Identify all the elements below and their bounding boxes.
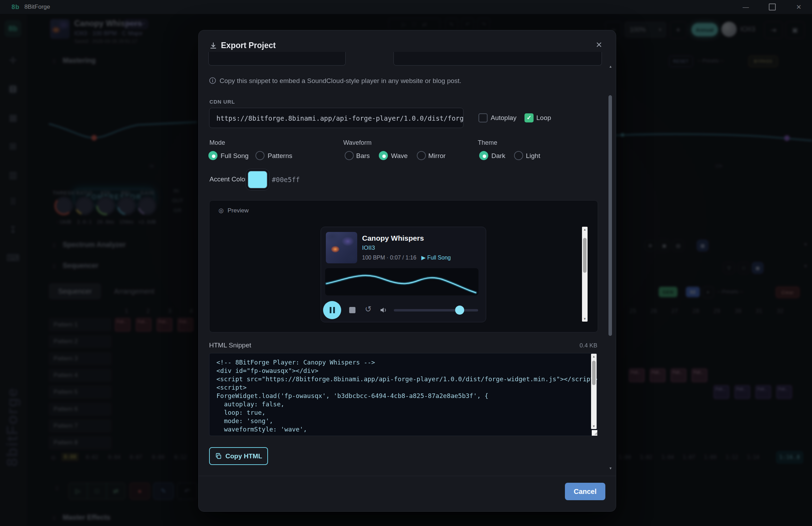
scroll-up-icon[interactable]: ▲ xyxy=(582,227,588,232)
pause-icon xyxy=(333,307,335,313)
volume-thumb[interactable] xyxy=(455,306,464,315)
radio-mirror[interactable] xyxy=(417,151,426,160)
resize-grip[interactable]: ◢ xyxy=(592,430,597,436)
code-line: autoplay: false, xyxy=(216,400,583,408)
play-mode-badge: ▶ Full Song xyxy=(421,255,451,261)
stop-button[interactable] xyxy=(349,307,355,313)
radio-bars-label: Bars xyxy=(356,152,370,160)
track-meta: 100 BPM · 0:07 / 1:16 ▶ Full Song xyxy=(362,254,451,261)
code-line: ForgeWidget.load('fp-owausqx', 'b3dbcbcc… xyxy=(216,392,583,400)
widget-scrollbar[interactable]: ▲ ▼ xyxy=(582,227,588,322)
radio-wave-label: Wave xyxy=(391,152,408,160)
download-icon xyxy=(209,42,217,50)
loop-checkbox[interactable]: ✓ xyxy=(524,113,534,122)
volume-slider[interactable] xyxy=(394,309,478,311)
radio-full-song[interactable] xyxy=(208,151,217,160)
copy-html-button[interactable]: Copy HTML xyxy=(209,447,268,465)
modal-scrollbar-thumb[interactable] xyxy=(608,95,612,336)
track-title: Canopy Whispers xyxy=(362,234,424,242)
radio-full-song-label: Full Song xyxy=(221,152,248,160)
accent-color-hex: #00e5ff xyxy=(272,176,300,183)
code-scrollbar[interactable]: ▲ ▼ xyxy=(591,354,597,429)
pause-button[interactable] xyxy=(323,301,341,319)
mode-group-label: Mode xyxy=(209,139,225,146)
scroll-down-icon[interactable]: ▼ xyxy=(591,423,597,429)
radio-mirror-label: Mirror xyxy=(428,152,446,160)
restart-button[interactable]: ↺ xyxy=(365,305,371,314)
copy-icon xyxy=(215,453,222,460)
play-mode-text: Full Song xyxy=(427,255,451,261)
export-modal: Export Project × Copy this snippet to em… xyxy=(198,30,616,512)
info-text: Copy this snippet to embed a SoundCloud-… xyxy=(220,77,461,85)
scroll-down-icon[interactable]: ▼ xyxy=(609,466,612,470)
cancel-button[interactable]: Cancel xyxy=(565,483,605,500)
radio-light[interactable] xyxy=(514,151,523,160)
cdn-url-label: CDN URL xyxy=(209,99,235,105)
accent-color-swatch[interactable] xyxy=(247,171,268,189)
radio-bars[interactable] xyxy=(345,151,354,160)
scrollbar-thumb[interactable] xyxy=(592,361,596,385)
loop-label: Loop xyxy=(536,114,551,122)
theme-group-label: Theme xyxy=(478,139,497,146)
waveform-display[interactable] xyxy=(325,268,478,295)
radio-light-label: Light xyxy=(526,152,540,160)
cdn-url-input[interactable]: https://8bitforge.8binami.app/api-forge-… xyxy=(209,108,464,128)
code-line: <div id="fp-owausqx"></div> xyxy=(216,367,583,375)
volume-icon[interactable] xyxy=(380,306,387,314)
code-line: waveformStyle: 'wave', xyxy=(216,425,583,434)
preview-label: Preview xyxy=(228,207,248,214)
scroll-down-icon[interactable]: ▼ xyxy=(582,316,588,322)
eye-icon: ◎ xyxy=(219,207,224,214)
code-line: <script> xyxy=(216,383,583,392)
code-line: loop: true, xyxy=(216,408,583,417)
track-meta-text: 100 BPM · 0:07 / 1:16 xyxy=(362,255,416,261)
code-line: <script src="https://8bitforge.8binami.a… xyxy=(216,375,583,383)
info-icon xyxy=(209,77,216,84)
cutoff-field[interactable] xyxy=(393,52,602,66)
snippet-code[interactable]: <!-- 8BitForge Player: Canopy Whispers -… xyxy=(209,353,597,436)
accent-color-label: Accent Color xyxy=(209,175,247,183)
scroll-up-icon[interactable]: ▲ xyxy=(591,354,597,359)
waveform-group-label: Waveform xyxy=(343,139,371,146)
cutoff-field[interactable] xyxy=(208,52,346,66)
radio-wave[interactable] xyxy=(379,151,388,160)
player-widget: Canopy Whispers IOII3 100 BPM · 0:07 / 1… xyxy=(321,227,486,322)
pause-icon xyxy=(330,307,331,313)
scrollbar-thumb[interactable] xyxy=(583,238,587,273)
snippet-label: HTML Snippet xyxy=(209,341,251,349)
code-line: <!-- 8BitForge Player: Canopy Whispers -… xyxy=(216,358,583,367)
autoplay-checkbox[interactable] xyxy=(478,113,488,122)
track-artist: IOII3 xyxy=(362,245,375,251)
close-icon[interactable]: × xyxy=(596,39,602,51)
play-icon: ▶ xyxy=(421,255,426,261)
radio-patterns[interactable] xyxy=(255,151,265,160)
album-art xyxy=(326,232,357,263)
preview-panel: ◎ Preview Canopy Whispers IOII3 100 BPM … xyxy=(209,200,598,332)
snippet-size: 0.4 KB xyxy=(528,342,597,349)
autoplay-label: Autoplay xyxy=(491,114,516,122)
copy-html-label: Copy HTML xyxy=(225,452,262,460)
code-line: mode: 'song', xyxy=(216,417,583,425)
radio-dark[interactable] xyxy=(479,151,488,160)
scroll-up-icon[interactable]: ▲ xyxy=(609,65,612,68)
radio-dark-label: Dark xyxy=(491,152,505,160)
app-window: 8b ✛ ⊟ ▦ ⊞ ▥ ⠿ ↧ ⌨ 8bitForge Canopy Whis… xyxy=(0,0,812,526)
footer-divider xyxy=(199,476,616,476)
modal-title: Export Project xyxy=(221,41,276,50)
radio-patterns-label: Patterns xyxy=(268,152,292,160)
